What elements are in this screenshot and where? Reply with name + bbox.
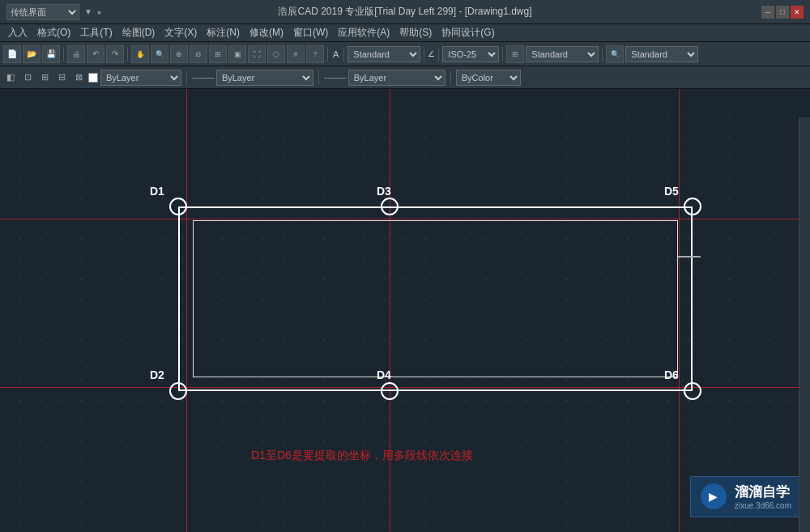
tb-zoom-ext[interactable]: ⛶ xyxy=(248,45,266,63)
color-select[interactable]: ByColor xyxy=(456,70,521,86)
tb-3d[interactable]: ⬡ xyxy=(267,45,285,63)
circle-d3 xyxy=(381,198,399,215)
circle-d6 xyxy=(684,382,701,400)
workspace-dropdown[interactable]: 传统界面 xyxy=(6,4,79,20)
tb-grid[interactable]: ⊞ xyxy=(506,45,524,63)
tb-zoom-in[interactable]: ⊕ xyxy=(170,45,188,63)
label-d1: D1 xyxy=(150,185,164,198)
menu-item-draw[interactable]: 绘图(D) xyxy=(117,24,160,41)
annotation-text: D1至D6是要提取的坐标，用多段线依次连接 xyxy=(251,449,473,463)
layer-icon3[interactable]: ⊞ xyxy=(37,70,52,85)
tb-sep6 xyxy=(438,47,439,62)
tb-sep8 xyxy=(602,47,603,62)
tb-help[interactable]: ? xyxy=(306,45,324,63)
maximize-button[interactable]: □ xyxy=(776,6,789,19)
tb-zoom[interactable]: 🔍 xyxy=(151,45,168,63)
vertical-scrollbar[interactable] xyxy=(799,117,810,532)
layer-color-box xyxy=(88,73,98,83)
menu-item-modify[interactable]: 修改(M) xyxy=(245,24,288,41)
label-d2: D2 xyxy=(150,368,164,381)
watermark-logo: ▶ 溜溜自学 zixue.3d66.com xyxy=(690,476,802,517)
title-bar-left: 传统界面 ▼ ▪ xyxy=(6,4,101,20)
tb-calc[interactable]: # xyxy=(287,45,305,63)
toolbar-row2: ◧ ⊡ ⊞ ⊟ ⊠ ByLayer ───── ByLayer ───── By… xyxy=(0,66,810,89)
tb-select-iso[interactable]: ISO-25 xyxy=(442,46,499,62)
label-d5: D5 xyxy=(664,185,679,198)
tb-text-icon: A xyxy=(331,49,340,59)
tb-sep3 xyxy=(327,47,328,62)
tb-zoom-win[interactable]: ▣ xyxy=(228,45,246,63)
tb-angle-icon: ∠ xyxy=(428,49,435,58)
linetype-select[interactable]: ByLayer xyxy=(216,70,313,86)
watermark-text-block: 溜溜自学 zixue.3d66.com xyxy=(735,483,791,510)
label-d3: D3 xyxy=(377,185,391,198)
right-indicator-line xyxy=(678,256,701,257)
watermark-icon: ▶ xyxy=(701,483,727,509)
menu-item-format[interactable]: 格式(O) xyxy=(32,24,75,41)
title-bar: 传统界面 ▼ ▪ 浩辰CAD 2019 专业版[Trial Day Left 2… xyxy=(0,0,810,24)
layer-sep2 xyxy=(318,70,319,85)
tb-zoom-all[interactable]: ⊞ xyxy=(209,45,227,63)
label-d6: D6 xyxy=(664,368,679,381)
menu-item-dimension[interactable]: 标注(N) xyxy=(202,24,245,41)
title-bar-separator-icon: ▪ xyxy=(97,6,101,19)
menu-item-import[interactable]: 入入 xyxy=(3,24,32,41)
tb-select-standard3[interactable]: Standard xyxy=(625,46,698,62)
tb-zoom-out[interactable]: ⊖ xyxy=(190,45,207,63)
layer-icon1[interactable]: ◧ xyxy=(3,70,18,85)
menu-item-window[interactable]: 窗口(W) xyxy=(288,24,333,41)
tb-sep4 xyxy=(343,47,344,62)
inner-rectangle xyxy=(193,220,678,377)
tb-select-standard2[interactable]: Standard xyxy=(526,46,599,62)
ui-header-overlay: 传统界面 ▼ ▪ 浩辰CAD 2019 专业版[Trial Day Left 2… xyxy=(0,0,810,89)
close-button[interactable]: ✕ xyxy=(791,6,804,19)
watermark-url: zixue.3d66.com xyxy=(735,501,791,510)
lineweight-select[interactable]: ByLayer xyxy=(348,70,446,86)
tb-sep1 xyxy=(63,47,64,62)
watermark-title: 溜溜自学 xyxy=(735,483,791,501)
title-bar-controls: ─ □ ✕ xyxy=(761,6,804,19)
tb-open[interactable]: 📂 xyxy=(23,45,40,63)
menu-item-tools[interactable]: 工具(T) xyxy=(75,24,117,41)
tb-save[interactable]: 💾 xyxy=(42,45,60,63)
circle-d2 xyxy=(169,382,187,400)
layer-icon5[interactable]: ⊠ xyxy=(71,70,86,85)
minimize-button[interactable]: ─ xyxy=(761,6,774,19)
menu-item-help[interactable]: 帮助(S) xyxy=(394,24,437,41)
title-bar-title: 浩辰CAD 2019 专业版[Trial Day Left 299] - [Dr… xyxy=(278,5,531,19)
linetype-preview: ───── xyxy=(192,74,214,82)
tb-select-standard1[interactable]: Standard xyxy=(347,46,420,62)
tb-print[interactable]: 🖨 xyxy=(67,45,85,63)
toolbar-row1: 📄 📂 💾 🖨 ↶ ↷ ✋ 🔍 ⊕ ⊖ ⊞ ▣ ⛶ ⬡ # ? A Standa… xyxy=(0,42,810,66)
tb-sep2 xyxy=(127,47,128,62)
menu-item-text[interactable]: 文字(X) xyxy=(160,24,202,41)
circle-d4 xyxy=(381,382,399,400)
menu-bar: 入入 格式(O) 工具(T) 绘图(D) 文字(X) 标注(N) 修改(M) 窗… xyxy=(0,24,810,42)
layer-sep1 xyxy=(186,70,187,85)
tb-pan[interactable]: ✋ xyxy=(131,45,149,63)
circle-d5 xyxy=(684,198,701,215)
layer-icon4[interactable]: ⊟ xyxy=(54,70,69,85)
tb-sep5 xyxy=(424,47,424,62)
layer-icon2[interactable]: ⊡ xyxy=(20,70,35,85)
menu-item-collab[interactable]: 协同设计(G) xyxy=(437,24,499,41)
tb-new[interactable]: 📄 xyxy=(3,45,21,63)
tb-redo[interactable]: ↷ xyxy=(106,45,124,63)
layer-sep3 xyxy=(450,70,451,85)
tb-undo[interactable]: ↶ xyxy=(87,45,104,63)
label-d4: D4 xyxy=(377,368,391,381)
circle-d1 xyxy=(169,198,187,215)
dropdown-arrow: ▼ xyxy=(84,7,92,16)
layer-select[interactable]: ByLayer xyxy=(100,70,181,86)
tb-search[interactable]: 🔍 xyxy=(606,45,624,63)
lineweight-preview: ───── xyxy=(324,74,346,82)
tb-sep7 xyxy=(502,47,503,62)
menu-item-apps[interactable]: 应用软件(A) xyxy=(333,24,394,41)
